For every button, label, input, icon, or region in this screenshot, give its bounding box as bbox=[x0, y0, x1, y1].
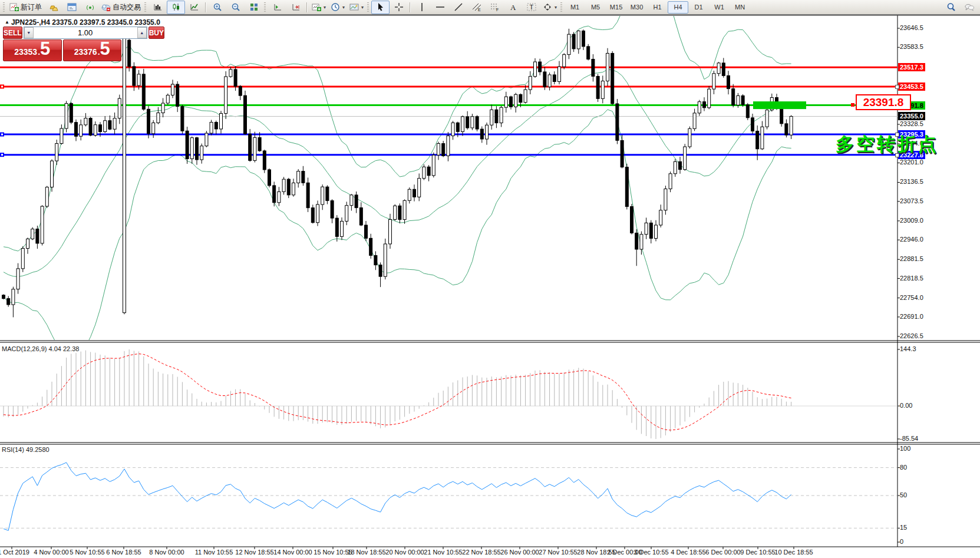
price-text-object[interactable]: 23391.8 bbox=[856, 94, 911, 110]
line-price-badge: 23453.5 bbox=[898, 82, 925, 91]
fibonacci-button[interactable]: F bbox=[486, 1, 504, 14]
tab-timeframe-h4[interactable]: H4 bbox=[668, 1, 688, 14]
tab-timeframe-h1[interactable]: H1 bbox=[647, 1, 668, 14]
price-axis-label: 22626.5 bbox=[900, 332, 923, 339]
price-axis-label: 22754.0 bbox=[900, 294, 923, 301]
sell-price-pip: 5 bbox=[40, 40, 50, 58]
sell-price[interactable]: 23353.5 bbox=[3, 39, 62, 61]
chat-icon bbox=[965, 2, 974, 12]
macd-axis-label: -85.54 bbox=[900, 435, 918, 442]
rsi-axis-label: 100 bbox=[900, 445, 910, 452]
text-button[interactable]: A bbox=[504, 1, 522, 14]
price-axis-label: 23201.0 bbox=[900, 159, 923, 166]
volume-input[interactable] bbox=[34, 27, 137, 38]
label-button[interactable]: T bbox=[522, 1, 540, 14]
tab-timeframe-m1[interactable]: M1 bbox=[565, 1, 585, 14]
one-click-trading-panel: SELL ▼ ▲ BUY 23353.5 23376.5 bbox=[3, 27, 121, 61]
signal-icon bbox=[85, 2, 95, 12]
zoom-in-button[interactable] bbox=[208, 1, 226, 14]
tab-timeframe-mn[interactable]: MN bbox=[730, 1, 750, 14]
chat-button[interactable] bbox=[960, 1, 978, 14]
toolbar-separator bbox=[410, 2, 411, 12]
snapshot-button[interactable]: ▾ bbox=[347, 1, 366, 14]
label-icon: T bbox=[527, 2, 536, 12]
volume-stepper: ▼ ▲ bbox=[24, 27, 147, 39]
annotation-text-object[interactable]: 多空转折点 bbox=[836, 132, 939, 157]
tile-windows-icon bbox=[249, 2, 259, 12]
zoom-out-button[interactable] bbox=[226, 1, 245, 14]
candlestick-chart-button[interactable] bbox=[167, 1, 185, 14]
snapshot-icon bbox=[349, 2, 359, 12]
shift-right-button[interactable] bbox=[286, 1, 305, 14]
tab-timeframe-m5[interactable]: M5 bbox=[585, 1, 606, 14]
price-label-anchor[interactable] bbox=[851, 103, 854, 107]
tab-timeframe-w1[interactable]: W1 bbox=[709, 1, 730, 14]
rsi-axis-label: 50 bbox=[900, 491, 907, 498]
time-axis-label: 6 Nov 18:55 bbox=[100, 549, 147, 556]
cursor-button[interactable] bbox=[371, 1, 390, 14]
vertical-line-icon bbox=[417, 2, 427, 12]
time-axis-label: 11 Nov 10:55 bbox=[190, 549, 237, 556]
cursor-icon bbox=[376, 2, 385, 12]
crosshair-button[interactable] bbox=[390, 1, 408, 14]
price-axis-label: 23646.5 bbox=[900, 24, 923, 31]
chart-canvas[interactable] bbox=[0, 0, 980, 558]
macd-axis-label: 0.00 bbox=[900, 402, 912, 409]
price-axis-label: 22818.5 bbox=[900, 275, 923, 282]
price-axis-label: 23009.0 bbox=[900, 217, 923, 224]
tab-timeframe-m30[interactable]: M30 bbox=[626, 1, 647, 14]
price-axis-label: 23073.5 bbox=[900, 197, 923, 204]
sell-button[interactable]: SELL bbox=[3, 27, 22, 39]
new-order-icon bbox=[9, 2, 19, 12]
volume-increase-button[interactable]: ▲ bbox=[137, 27, 147, 38]
rsi-indicator-label: RSI(14) 49.2580 bbox=[2, 446, 50, 453]
new-order-button[interactable]: 新订单 bbox=[7, 1, 44, 14]
line-chart-button[interactable] bbox=[185, 1, 203, 14]
sell-price-main: 23353 bbox=[14, 47, 37, 57]
crosshair-icon bbox=[394, 2, 404, 12]
time-axis-label: 10 Dec 18:55 bbox=[770, 549, 817, 556]
horizontal-line-button[interactable] bbox=[431, 1, 449, 14]
highlight-rectangle-object[interactable] bbox=[753, 101, 806, 109]
period-button[interactable]: ▾ bbox=[328, 1, 347, 14]
buy-price-pip: 5 bbox=[100, 40, 110, 58]
tab-timeframe-d1[interactable]: D1 bbox=[688, 1, 709, 14]
tab-timeframe-m15[interactable]: M15 bbox=[606, 1, 626, 14]
period-icon bbox=[331, 2, 340, 12]
buy-price[interactable]: 23376.5 bbox=[63, 39, 122, 61]
macd-indicator-label: MACD(12,26,9) 4.04 22.38 bbox=[2, 345, 79, 352]
terminal-window-button[interactable] bbox=[62, 1, 81, 14]
auto-trading-button[interactable]: 自动交易 bbox=[99, 1, 143, 14]
shapes-button[interactable]: ▾ bbox=[540, 1, 559, 14]
buy-price-main: 23376 bbox=[74, 47, 97, 57]
toolbar-grip bbox=[264, 2, 266, 12]
gold-ingot-button[interactable] bbox=[44, 1, 62, 14]
terminal-window-icon bbox=[67, 2, 77, 12]
vertical-line-button[interactable] bbox=[413, 1, 431, 14]
shift-left-button[interactable] bbox=[268, 1, 286, 14]
chart-symbol-header: ▲JPN225-,H4 23375.0 23397.5 23345.0 2335… bbox=[5, 18, 160, 27]
tile-windows-button[interactable] bbox=[245, 1, 263, 14]
channel-button[interactable]: E bbox=[467, 1, 486, 14]
search-button[interactable] bbox=[942, 1, 960, 14]
line-handle[interactable] bbox=[895, 85, 899, 89]
new-chart-button[interactable]: ▾ bbox=[309, 1, 328, 14]
fibonacci-icon: F bbox=[490, 2, 500, 12]
signal-button[interactable] bbox=[81, 1, 99, 14]
toolbar-separator bbox=[306, 2, 308, 12]
horizontal-line-icon bbox=[435, 2, 445, 12]
macd-axis-label: 144.3 bbox=[900, 345, 916, 352]
main-toolbar: 新订单自动交易▾▾▾EFAT▾M1M5M15M30H1H4D1W1MN bbox=[0, 0, 980, 15]
candlestick-chart-icon bbox=[171, 2, 181, 12]
bar-chart-button[interactable] bbox=[149, 1, 167, 14]
volume-decrease-button[interactable]: ▼ bbox=[24, 27, 34, 38]
buy-button[interactable]: BUY bbox=[149, 27, 164, 39]
toolbar-separator bbox=[205, 2, 206, 12]
trendline-icon bbox=[454, 2, 463, 12]
price-axis-label: 23136.5 bbox=[900, 178, 923, 185]
shift-left-icon bbox=[273, 2, 282, 12]
bar-chart-icon bbox=[153, 2, 163, 12]
toolbar-grip bbox=[367, 2, 369, 12]
trendline-button[interactable] bbox=[449, 1, 467, 14]
time-axis-label: 8 Nov 00:00 bbox=[143, 549, 190, 556]
